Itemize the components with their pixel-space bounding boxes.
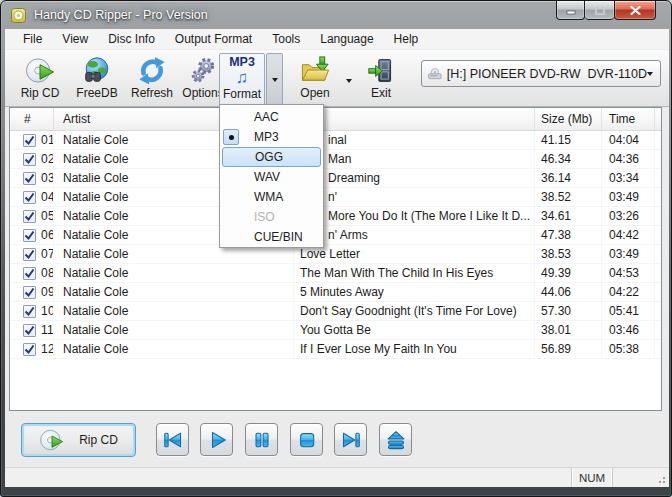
track-number: 06 <box>41 228 54 242</box>
close-button[interactable] <box>614 1 656 20</box>
track-row[interactable]: 02 Natalie Cole Man 46.34 04:36 <box>10 150 661 169</box>
track-time: 04:04 <box>602 131 655 149</box>
track-title: Love Letter <box>294 245 535 263</box>
open-dropdown-arrow-button[interactable] <box>342 74 355 88</box>
track-row[interactable]: 05 Natalie Cole More You Do It (The More… <box>10 207 661 226</box>
track-time: 05:41 <box>602 302 655 320</box>
track-checkbox[interactable] <box>23 153 36 166</box>
column-header-number[interactable]: # <box>10 108 54 130</box>
menu-help[interactable]: Help <box>384 30 429 48</box>
track-checkbox[interactable] <box>23 324 36 337</box>
title-bar[interactable]: Handy CD Ripper - Pro Version <box>1 1 671 29</box>
pause-icon <box>250 428 274 452</box>
exit-button[interactable]: Exit <box>358 54 404 106</box>
column-header-title[interactable] <box>294 108 535 130</box>
track-time: 04:53 <box>602 264 655 282</box>
play-button[interactable] <box>200 423 233 456</box>
drive-selector-value: [H:] PIONEER DVD-RW DVR-110D <box>447 67 647 81</box>
track-checkbox[interactable] <box>23 229 36 242</box>
eject-button[interactable] <box>379 423 412 456</box>
check-icon <box>24 230 35 241</box>
format-badge: MP3 <box>229 55 255 69</box>
table-header: # Artist Size (Mb) Time <box>10 108 661 131</box>
resize-grip[interactable] <box>656 474 666 484</box>
track-row[interactable]: 08 Natalie Cole The Man With The Child I… <box>10 264 661 283</box>
track-checkbox[interactable] <box>23 210 36 223</box>
freedb-button[interactable]: FreeDB <box>69 54 125 106</box>
rip-cd-button[interactable]: Rip CD <box>21 423 136 457</box>
stop-button[interactable] <box>290 423 323 456</box>
transport-panel: Rip CD <box>5 411 669 467</box>
track-artist: Natalie Cole <box>54 264 294 282</box>
minimize-button[interactable] <box>556 1 585 20</box>
track-number: 05 <box>41 209 54 223</box>
track-checkbox[interactable] <box>23 172 36 185</box>
column-header-time[interactable]: Time <box>602 108 655 130</box>
previous-track-button[interactable] <box>156 423 189 456</box>
track-row[interactable]: 06 Natalie Cole n' Arms 47.38 04:42 <box>10 226 661 245</box>
track-row[interactable]: 10 Natalie Cole Don't Say Goodnight (It'… <box>10 302 661 321</box>
check-icon <box>24 154 35 165</box>
track-row[interactable]: 11 Natalie Cole You Gotta Be 38.01 03:46 <box>10 321 661 340</box>
format-button[interactable]: MP3 ♫ Format <box>219 53 265 106</box>
column-header-size[interactable]: Size (Mb) <box>535 108 602 130</box>
format-option-mp3[interactable]: MP3 <box>220 127 323 147</box>
track-row[interactable]: 09 Natalie Cole 5 Minutes Away 44.06 04:… <box>10 283 661 302</box>
track-row[interactable]: 04 Natalie Cole n' 38.52 03:49 <box>10 188 661 207</box>
check-icon <box>24 192 35 203</box>
format-option-label: ISO <box>254 210 275 224</box>
menu-disc-info[interactable]: Disc Info <box>98 30 165 48</box>
track-size: 38.01 <box>535 321 602 339</box>
next-track-button[interactable] <box>334 423 367 456</box>
track-artist: Natalie Cole <box>54 302 294 320</box>
track-title: You Gotta Be <box>294 321 535 339</box>
track-size: 41.15 <box>535 131 602 149</box>
track-row[interactable]: 01 Natalie Cole inal 41.15 04:04 <box>10 131 661 150</box>
menu-file[interactable]: File <box>13 30 52 48</box>
menu-view[interactable]: View <box>52 30 98 48</box>
num-lock-indicator: NUM <box>571 468 613 487</box>
next-icon <box>339 428 363 452</box>
track-checkbox[interactable] <box>23 191 36 204</box>
cd-app-icon <box>11 8 26 23</box>
format-option-aac[interactable]: AAC <box>220 107 323 127</box>
maximize-button[interactable] <box>585 1 614 20</box>
music-notes-icon: ♫ <box>236 69 249 87</box>
track-row[interactable]: 03 Natalie Cole Dreaming 36.14 03:34 <box>10 169 661 188</box>
rip-cd-toolbar-button[interactable]: Rip CD <box>11 54 69 106</box>
refresh-label: Refresh <box>131 87 173 100</box>
track-checkbox[interactable] <box>23 267 36 280</box>
format-option-wma[interactable]: WMA <box>220 187 323 207</box>
open-button[interactable]: Open <box>289 54 341 106</box>
format-option-label: MP3 <box>254 130 279 144</box>
rip-cd-button-label: Rip CD <box>79 433 118 447</box>
format-option-cuebin[interactable]: CUE/BIN <box>220 227 323 247</box>
format-dropdown-menu: AAC MP3 OGG WAV WMA ISO CUE/BIN <box>219 104 324 248</box>
check-icon <box>24 211 35 222</box>
track-title: Man <box>294 150 535 168</box>
column-header-filler <box>655 108 661 130</box>
menu-output-format[interactable]: Output Format <box>165 30 262 48</box>
app-window: Handy CD Ripper - Pro Version <box>0 0 672 497</box>
format-dropdown-arrow-button[interactable] <box>266 53 283 106</box>
track-checkbox[interactable] <box>23 286 36 299</box>
menu-tools[interactable]: Tools <box>262 30 310 48</box>
track-time: 04:42 <box>602 226 655 244</box>
track-checkbox[interactable] <box>23 134 36 147</box>
track-number: 03 <box>41 171 54 185</box>
track-checkbox[interactable] <box>23 343 36 356</box>
format-option-wav[interactable]: WAV <box>220 167 323 187</box>
track-checkbox[interactable] <box>23 305 36 318</box>
track-checkbox[interactable] <box>23 248 36 261</box>
format-option-ogg[interactable]: OGG <box>222 147 321 167</box>
menu-language[interactable]: Language <box>310 30 383 48</box>
track-number: 08 <box>41 266 54 280</box>
track-row[interactable]: 12 Natalie Cole If I Ever Lose My Faith … <box>10 340 661 359</box>
track-row[interactable]: 07 Natalie Cole Love Letter 38.53 03:49 <box>10 245 661 264</box>
pause-button[interactable] <box>245 423 278 456</box>
format-option-label: WAV <box>254 170 280 184</box>
refresh-button[interactable]: Refresh <box>125 54 179 106</box>
drive-selector[interactable]: [H:] PIONEER DVD-RW DVR-110D <box>421 60 661 87</box>
cd-drive-icon <box>428 65 442 82</box>
window-controls <box>556 1 656 20</box>
